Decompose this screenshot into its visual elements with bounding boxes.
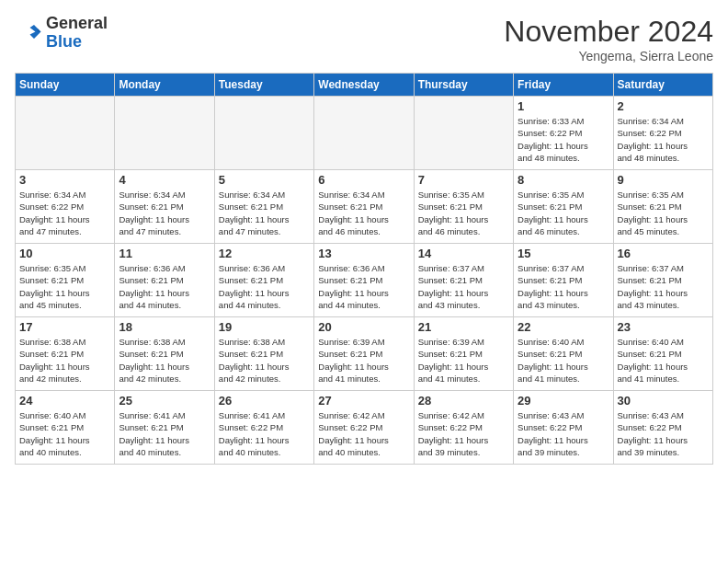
logo-icon [15,19,42,47]
calendar-cell [414,97,513,170]
day-number: 1 [518,99,609,113]
day-detail: Sunrise: 6:41 AM Sunset: 6:22 PM Dayligh… [219,409,310,458]
day-detail: Sunrise: 6:36 AM Sunset: 6:21 PM Dayligh… [119,262,210,311]
day-number: 6 [318,173,409,187]
day-number: 21 [418,320,509,334]
day-number: 18 [119,320,210,334]
day-detail: Sunrise: 6:39 AM Sunset: 6:21 PM Dayligh… [318,336,409,385]
calendar-cell [16,97,115,170]
col-thursday: Thursday [414,74,513,97]
day-detail: Sunrise: 6:36 AM Sunset: 6:21 PM Dayligh… [318,262,409,311]
day-number: 12 [219,247,310,260]
day-detail: Sunrise: 6:34 AM Sunset: 6:22 PM Dayligh… [618,115,709,164]
calendar: Sunday Monday Tuesday Wednesday Thursday… [15,73,713,465]
calendar-cell: 19Sunrise: 6:38 AM Sunset: 6:21 PM Dayli… [214,317,313,391]
day-detail: Sunrise: 6:35 AM Sunset: 6:21 PM Dayligh… [19,262,110,311]
calendar-cell: 27Sunrise: 6:42 AM Sunset: 6:22 PM Dayli… [314,391,414,465]
calendar-cell: 8Sunrise: 6:35 AM Sunset: 6:21 PM Daylig… [514,170,613,244]
calendar-cell: 11Sunrise: 6:36 AM Sunset: 6:21 PM Dayli… [115,244,214,317]
calendar-cell [314,97,414,170]
day-number: 25 [119,394,210,408]
calendar-cell: 14Sunrise: 6:37 AM Sunset: 6:21 PM Dayli… [414,244,513,317]
calendar-cell: 21Sunrise: 6:39 AM Sunset: 6:21 PM Dayli… [414,317,513,391]
day-number: 24 [19,394,110,408]
calendar-cell: 2Sunrise: 6:34 AM Sunset: 6:22 PM Daylig… [613,97,712,170]
day-number: 23 [618,320,709,334]
day-detail: Sunrise: 6:39 AM Sunset: 6:21 PM Dayligh… [418,336,509,385]
day-number: 22 [518,320,609,334]
calendar-cell [214,97,313,170]
day-detail: Sunrise: 6:37 AM Sunset: 6:21 PM Dayligh… [418,262,509,311]
day-detail: Sunrise: 6:42 AM Sunset: 6:22 PM Dayligh… [418,409,509,458]
day-number: 11 [119,247,210,260]
header: General Blue November 2024 Yengema, Sier… [15,15,713,63]
day-detail: Sunrise: 6:34 AM Sunset: 6:22 PM Dayligh… [19,189,110,237]
day-detail: Sunrise: 6:34 AM Sunset: 6:21 PM Dayligh… [219,189,310,237]
day-detail: Sunrise: 6:40 AM Sunset: 6:21 PM Dayligh… [618,336,709,385]
day-number: 17 [19,320,110,334]
calendar-week-0: 1Sunrise: 6:33 AM Sunset: 6:22 PM Daylig… [16,97,713,170]
calendar-cell: 26Sunrise: 6:41 AM Sunset: 6:22 PM Dayli… [214,391,313,465]
day-detail: Sunrise: 6:37 AM Sunset: 6:21 PM Dayligh… [618,262,709,311]
col-friday: Friday [514,74,613,97]
day-number: 4 [119,173,210,187]
day-number: 20 [318,320,409,334]
day-detail: Sunrise: 6:33 AM Sunset: 6:22 PM Dayligh… [518,115,609,164]
calendar-cell: 22Sunrise: 6:40 AM Sunset: 6:21 PM Dayli… [514,317,613,391]
calendar-cell: 24Sunrise: 6:40 AM Sunset: 6:21 PM Dayli… [16,391,115,465]
day-detail: Sunrise: 6:35 AM Sunset: 6:21 PM Dayligh… [418,189,509,237]
day-detail: Sunrise: 6:34 AM Sunset: 6:21 PM Dayligh… [119,189,210,237]
day-detail: Sunrise: 6:36 AM Sunset: 6:21 PM Dayligh… [219,262,310,311]
calendar-cell: 29Sunrise: 6:43 AM Sunset: 6:22 PM Dayli… [514,391,613,465]
day-number: 10 [19,247,110,260]
day-number: 5 [219,173,310,187]
calendar-cell: 28Sunrise: 6:42 AM Sunset: 6:22 PM Dayli… [414,391,513,465]
day-number: 8 [518,173,609,187]
calendar-cell: 3Sunrise: 6:34 AM Sunset: 6:22 PM Daylig… [16,170,115,244]
page: General Blue November 2024 Yengema, Sier… [0,0,728,563]
day-number: 15 [518,247,609,260]
day-number: 29 [518,394,609,408]
title-block: November 2024 Yengema, Sierra Leone [504,15,713,63]
calendar-cell: 13Sunrise: 6:36 AM Sunset: 6:21 PM Dayli… [314,244,414,317]
day-number: 19 [219,320,310,334]
calendar-header: Sunday Monday Tuesday Wednesday Thursday… [16,74,713,97]
col-wednesday: Wednesday [314,74,414,97]
day-detail: Sunrise: 6:35 AM Sunset: 6:21 PM Dayligh… [618,189,709,237]
col-saturday: Saturday [613,74,712,97]
calendar-cell: 17Sunrise: 6:38 AM Sunset: 6:21 PM Dayli… [16,317,115,391]
day-number: 30 [618,394,709,408]
calendar-cell: 12Sunrise: 6:36 AM Sunset: 6:21 PM Dayli… [214,244,313,317]
day-detail: Sunrise: 6:35 AM Sunset: 6:21 PM Dayligh… [518,189,609,237]
day-number: 27 [318,394,409,408]
day-detail: Sunrise: 6:40 AM Sunset: 6:21 PM Dayligh… [518,336,609,385]
col-sunday: Sunday [16,74,115,97]
calendar-week-1: 3Sunrise: 6:34 AM Sunset: 6:22 PM Daylig… [16,170,713,244]
logo: General Blue [15,15,108,52]
day-detail: Sunrise: 6:43 AM Sunset: 6:22 PM Dayligh… [618,409,709,458]
day-number: 26 [219,394,310,408]
day-detail: Sunrise: 6:43 AM Sunset: 6:22 PM Dayligh… [518,409,609,458]
col-tuesday: Tuesday [214,74,313,97]
calendar-cell: 20Sunrise: 6:39 AM Sunset: 6:21 PM Dayli… [314,317,414,391]
calendar-cell: 4Sunrise: 6:34 AM Sunset: 6:21 PM Daylig… [115,170,214,244]
month-title: November 2024 [504,15,713,49]
weekday-row: Sunday Monday Tuesday Wednesday Thursday… [16,74,713,97]
day-detail: Sunrise: 6:42 AM Sunset: 6:22 PM Dayligh… [318,409,409,458]
day-number: 7 [418,173,509,187]
day-detail: Sunrise: 6:40 AM Sunset: 6:21 PM Dayligh… [19,409,110,458]
day-detail: Sunrise: 6:38 AM Sunset: 6:21 PM Dayligh… [219,336,310,385]
calendar-week-2: 10Sunrise: 6:35 AM Sunset: 6:21 PM Dayli… [16,244,713,317]
calendar-cell [115,97,214,170]
calendar-cell: 7Sunrise: 6:35 AM Sunset: 6:21 PM Daylig… [414,170,513,244]
calendar-cell: 15Sunrise: 6:37 AM Sunset: 6:21 PM Dayli… [514,244,613,317]
calendar-cell: 5Sunrise: 6:34 AM Sunset: 6:21 PM Daylig… [214,170,313,244]
calendar-cell: 30Sunrise: 6:43 AM Sunset: 6:22 PM Dayli… [613,391,712,465]
day-detail: Sunrise: 6:38 AM Sunset: 6:21 PM Dayligh… [19,336,110,385]
calendar-cell: 16Sunrise: 6:37 AM Sunset: 6:21 PM Dayli… [613,244,712,317]
location: Yengema, Sierra Leone [504,49,713,63]
day-detail: Sunrise: 6:34 AM Sunset: 6:21 PM Dayligh… [318,189,409,237]
day-detail: Sunrise: 6:41 AM Sunset: 6:21 PM Dayligh… [119,409,210,458]
day-number: 16 [618,247,709,260]
day-number: 14 [418,247,509,260]
